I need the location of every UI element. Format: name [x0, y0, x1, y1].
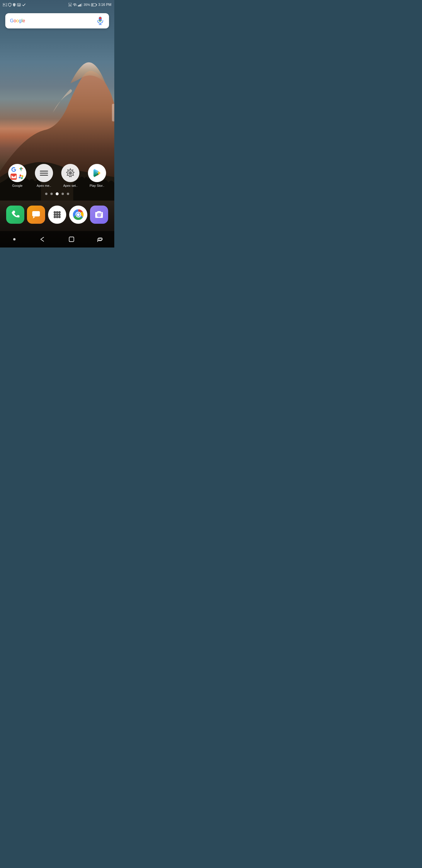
svg-point-36 [101, 213, 102, 214]
camera-icon [90, 206, 108, 224]
dock-app-drawer[interactable] [48, 206, 66, 224]
google-logo: Google [10, 18, 25, 24]
svg-rect-15 [99, 17, 101, 19]
status-right-icons: N 35% 3:16 PM [69, 3, 111, 7]
dock-messages[interactable] [27, 206, 45, 224]
shield-icon2 [12, 3, 16, 7]
svg-text:N: N [69, 4, 71, 6]
svg-point-33 [77, 213, 80, 216]
apex-menu-app[interactable]: Apex me.. [32, 164, 56, 187]
svg-point-29 [58, 216, 61, 218]
svg-point-19 [69, 172, 71, 174]
apex-settings-icon [61, 164, 79, 182]
svg-text:双: 双 [18, 4, 20, 6]
svg-rect-20 [32, 211, 40, 216]
image-icon [3, 3, 7, 6]
page-dot-3-active[interactable] [56, 192, 59, 195]
edge-indicator[interactable] [112, 104, 114, 121]
nav-back-button[interactable] [36, 233, 49, 246]
svg-rect-6 [78, 5, 79, 6]
svg-point-23 [58, 211, 61, 214]
dock [0, 199, 114, 230]
google-mic-button[interactable] [96, 17, 104, 25]
wifi-icon [73, 3, 77, 6]
nfc-icon: 双 [17, 3, 21, 6]
app-drawer-icon [48, 206, 66, 224]
chrome-icon [69, 206, 87, 224]
apex-settings-label: Apex set.. [63, 184, 78, 187]
dock-phone[interactable] [6, 206, 24, 224]
svg-rect-8 [80, 4, 81, 6]
svg-point-24 [54, 214, 56, 216]
svg-point-27 [54, 216, 56, 218]
status-bar: 双 N 35% [0, 0, 114, 8]
svg-point-25 [56, 214, 58, 216]
apex-menu-icon [35, 164, 53, 182]
dock-chrome[interactable] [69, 206, 87, 224]
svg-point-35 [98, 214, 100, 216]
status-left-icons: 双 [3, 3, 26, 7]
google-folder-app[interactable]: Google [5, 164, 30, 187]
page-dot-4[interactable] [62, 193, 64, 195]
search-bar[interactable]: Google [5, 13, 109, 28]
phone-icon [6, 206, 24, 224]
svg-point-26 [58, 214, 61, 216]
battery-icon [91, 3, 97, 6]
page-indicators [0, 192, 114, 195]
nav-recents-button[interactable] [94, 233, 106, 246]
play-store-app[interactable]: Play Stor.. [85, 164, 109, 187]
battery-percentage: 35% [84, 3, 90, 6]
svg-rect-10 [82, 3, 83, 6]
svg-point-22 [56, 211, 58, 214]
shield-icon1 [8, 3, 11, 7]
svg-rect-13 [92, 4, 94, 6]
signal-icon [78, 3, 83, 6]
play-store-label: Play Stor.. [90, 184, 104, 187]
svg-rect-12 [96, 4, 97, 5]
google-folder-icon [8, 164, 26, 182]
page-dot-5[interactable] [67, 193, 69, 195]
status-time: 3:16 PM [98, 3, 111, 7]
app-row: Google Apex me.. Apex set.. [3, 164, 111, 187]
svg-point-21 [54, 211, 56, 214]
svg-rect-37 [69, 237, 74, 242]
checkmark-icon [22, 3, 26, 6]
n-icon: N [69, 3, 71, 6]
dock-camera[interactable] [90, 206, 108, 224]
page-dot-1[interactable] [45, 193, 47, 195]
play-store-icon [88, 164, 106, 182]
svg-rect-7 [79, 5, 80, 6]
apex-menu-label: Apex me.. [37, 184, 51, 187]
messages-icon [27, 206, 45, 224]
google-folder-label: Google [12, 184, 23, 187]
nav-bar [0, 231, 114, 248]
svg-point-28 [56, 216, 58, 218]
page-dot-2[interactable] [51, 193, 53, 195]
svg-rect-9 [81, 3, 82, 6]
nav-home-button[interactable] [65, 233, 78, 246]
nav-dot[interactable] [8, 233, 21, 246]
apex-settings-app[interactable]: Apex set.. [58, 164, 83, 187]
